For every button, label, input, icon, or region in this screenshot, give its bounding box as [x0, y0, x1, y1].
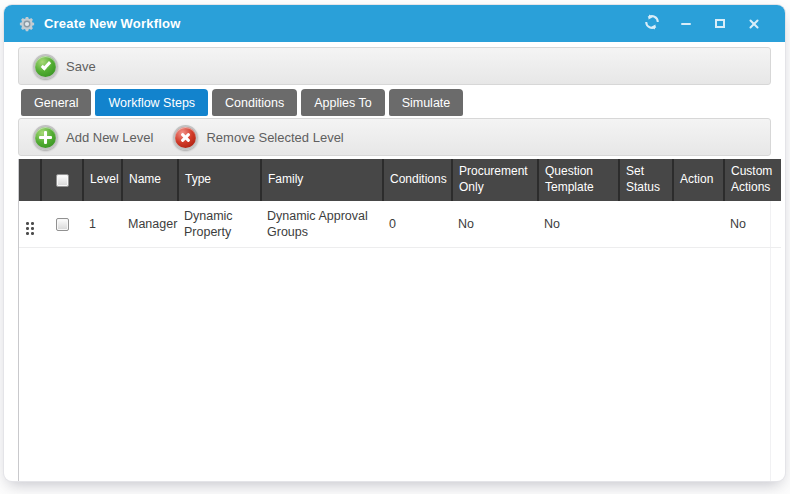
cell-question-template: No: [538, 201, 619, 247]
cell-procurement-only: No: [452, 201, 538, 247]
tab-workflow-steps[interactable]: Workflow Steps: [95, 89, 208, 116]
cell-name: Manager: [122, 201, 178, 247]
cell-set-status: [619, 201, 673, 247]
remove-selected-level-button[interactable]: Remove Selected Level: [167, 123, 349, 152]
save-button-label: Save: [66, 59, 96, 74]
header-family: Family: [261, 159, 383, 201]
title-bar: Create New Workflow: [4, 5, 785, 42]
tab-general[interactable]: General: [21, 89, 91, 116]
grid-toolbar: Add New Level Remove Selected Level: [18, 118, 771, 156]
tab-bar: General Workflow Steps Conditions Applie…: [21, 89, 771, 116]
row-drag-cell: [19, 201, 41, 247]
header-checkbox-cell: [41, 159, 83, 201]
window-controls: [635, 11, 771, 37]
header-custom-actions: Custom Actions: [724, 159, 781, 201]
cell-family: Dynamic Approval Groups: [261, 201, 383, 247]
close-icon: [748, 18, 760, 30]
window-title: Create New Workflow: [44, 16, 180, 31]
workflow-steps-table: Level Name Type Family Conditions Procur…: [19, 159, 781, 248]
header-type: Type: [178, 159, 261, 201]
tab-conditions[interactable]: Conditions: [212, 89, 297, 116]
header-drag-column: [19, 159, 41, 201]
cell-level: 1: [83, 201, 122, 247]
refresh-icon: [644, 14, 660, 33]
header-conditions: Conditions: [383, 159, 452, 201]
minimize-button[interactable]: [669, 11, 703, 37]
table-row: 1 Manager Dynamic Property Dynamic Appro…: [19, 201, 781, 247]
header-level: Level: [83, 159, 122, 201]
cell-type: Dynamic Property: [178, 201, 261, 247]
save-check-icon: [33, 54, 58, 79]
cell-custom-actions: No: [724, 201, 781, 247]
close-button[interactable]: [737, 11, 771, 37]
gear-icon: [18, 15, 36, 33]
create-new-workflow-dialog: Create New Workflow: [4, 5, 785, 481]
header-question-template: Question Template: [538, 159, 619, 201]
tab-applies-to[interactable]: Applies To: [301, 89, 384, 116]
row-checkbox[interactable]: [56, 218, 69, 231]
minimize-icon: [681, 23, 691, 25]
select-all-checkbox[interactable]: [56, 174, 69, 187]
remove-x-icon: [173, 125, 198, 150]
add-new-level-button[interactable]: Add New Level: [27, 123, 159, 152]
cell-action: [673, 201, 724, 247]
maximize-icon: [715, 19, 725, 28]
header-action: Action: [673, 159, 724, 201]
add-new-level-label: Add New Level: [66, 130, 153, 145]
refresh-button[interactable]: [635, 11, 669, 37]
save-button[interactable]: Save: [27, 52, 102, 81]
save-toolbar: Save: [18, 47, 771, 85]
header-procurement-only: Procurement Only: [452, 159, 538, 201]
drag-handle-icon[interactable]: [26, 222, 34, 235]
add-plus-icon: [33, 125, 58, 150]
table-header-row: Level Name Type Family Conditions Procur…: [19, 159, 781, 201]
workflow-steps-grid: Level Name Type Family Conditions Procur…: [18, 159, 771, 481]
header-name: Name: [122, 159, 178, 201]
tab-simulate[interactable]: Simulate: [389, 89, 464, 116]
maximize-button[interactable]: [703, 11, 737, 37]
dialog-body: Save General Workflow Steps Conditions A…: [4, 42, 785, 481]
remove-selected-level-label: Remove Selected Level: [206, 130, 343, 145]
row-checkbox-cell: [41, 201, 83, 247]
header-set-status: Set Status: [619, 159, 673, 201]
cell-conditions: 0: [383, 201, 452, 247]
